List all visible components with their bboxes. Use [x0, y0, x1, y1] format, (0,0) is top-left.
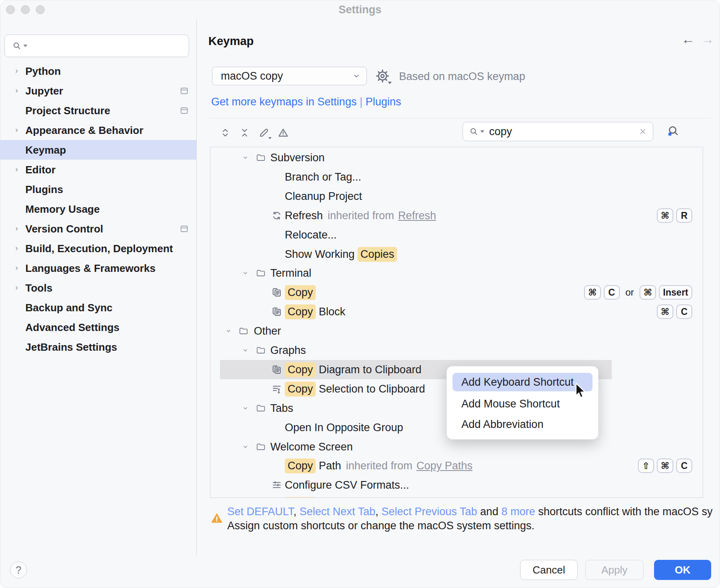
sidebar-item-languages-frameworks[interactable]: Languages & Frameworks [0, 258, 196, 278]
tree-row[interactable]: Copy Block⌘C [210, 302, 703, 321]
cancel-button[interactable]: Cancel [520, 560, 578, 580]
sidebar-item-python[interactable]: Python [0, 61, 196, 81]
edit-shortcut-icon[interactable] [258, 127, 269, 138]
sidebar-item-tools[interactable]: Tools [0, 278, 196, 298]
find-actions-by-shortcut-icon[interactable] [666, 124, 680, 138]
context-menu-item-add-abbreviation[interactable]: Add Abbreviation [453, 415, 592, 434]
tree-row[interactable]: Show Working Copies [210, 245, 703, 264]
sidebar-search-input[interactable] [31, 39, 189, 53]
action-label: Copy Block [285, 302, 346, 321]
keymap-select[interactable]: macOS copy [212, 67, 367, 85]
inherited-from-label: inherited from [346, 460, 412, 472]
keycap: ⌘ [657, 458, 673, 473]
inherited-from-link[interactable]: Refresh [398, 210, 436, 222]
apply-button[interactable]: Apply [585, 560, 644, 580]
inherited-from-label: inherited from [328, 210, 394, 222]
conflict-action-link[interactable]: Select Previous Tab [381, 506, 477, 518]
tree-row[interactable]: Relocate... [210, 225, 703, 245]
tree-folder-label: Terminal [270, 263, 311, 283]
tree-row[interactable]: Copy Pathinherited fromCopy Paths⇧⌘C [210, 456, 703, 475]
search-match-highlight: Copy [285, 304, 316, 319]
actions-search-field[interactable] [463, 122, 653, 141]
chevron-down-icon[interactable] [242, 269, 249, 277]
sidebar-item-project-structure[interactable]: Project Structure [0, 101, 196, 120]
tree-folder-row[interactable]: Terminal [210, 263, 703, 283]
keycap: C [676, 304, 692, 319]
sidebar-item-plugins[interactable]: Plugins [0, 179, 196, 199]
sidebar-item-label: Jupyter [25, 84, 63, 97]
sidebar-item-label: Keymap [25, 144, 66, 156]
chevron-right-icon[interactable] [13, 245, 20, 252]
sidebar-item-version-control[interactable]: Version Control [0, 219, 196, 238]
chevron-down-icon[interactable] [225, 327, 232, 335]
sidebar-item-memory-usage[interactable]: Memory Usage [0, 199, 196, 219]
sidebar-item-keymap[interactable]: Keymap [0, 140, 196, 160]
action-text: Refresh [285, 210, 323, 222]
sidebar-search-field[interactable] [4, 35, 189, 57]
chevron-right-icon[interactable] [13, 166, 20, 173]
chevron-right-icon[interactable] [13, 127, 20, 134]
clear-search-icon[interactable] [638, 127, 647, 136]
tree-row[interactable]: Copy⌘Cor⌘Insert [210, 283, 703, 302]
chevron-down-icon[interactable] [242, 443, 249, 450]
action-label: Copy Selection to Clipboard [285, 379, 425, 399]
action-text: Open In Opposite Group [285, 421, 403, 434]
chevron-down-icon[interactable] [242, 405, 249, 412]
conflict-action-link[interactable]: 8 more [501, 506, 535, 518]
tree-folder-row[interactable]: Subversion [210, 148, 703, 167]
search-match-highlight: Copy [285, 362, 316, 377]
context-menu-item-label: Add Mouse Shortcut [461, 398, 560, 410]
context-menu: Add Keyboard ShortcutAdd Mouse ShortcutA… [446, 366, 599, 440]
expand-all-icon[interactable] [220, 127, 231, 138]
tree-folder-row[interactable]: Other [210, 321, 703, 341]
gear-caret-icon [388, 82, 392, 84]
tree-row[interactable]: Configure CSV Formats... [210, 475, 703, 495]
chevron-right-icon[interactable] [13, 68, 20, 74]
sidebar-item-jetbrains-settings[interactable]: JetBrains Settings [0, 337, 196, 357]
chevron-down-icon[interactable] [242, 347, 249, 354]
search-match-highlight: Copy [285, 497, 316, 498]
tree-folder-label: Subversion [270, 148, 325, 167]
keymap-options-gear-button[interactable] [375, 68, 390, 84]
chevron-right-icon[interactable] [13, 284, 20, 291]
sidebar-item-editor[interactable]: Editor [0, 160, 196, 179]
chevron-right-icon[interactable] [13, 87, 20, 94]
sidebar-item-backup-and-sync[interactable]: Backup and Sync [0, 298, 196, 317]
inherited-from-link[interactable]: Copy Paths [416, 460, 473, 472]
context-menu-item-add-keyboard-shortcut[interactable]: Add Keyboard Shortcut [453, 373, 592, 391]
show-conflicts-icon[interactable] [278, 127, 289, 138]
conflict-action-link[interactable]: Select Next Tab [300, 506, 376, 518]
action-label: Show Working Copies [285, 245, 397, 264]
tree-folder-label: Welcome Screen [270, 437, 353, 456]
tree-row[interactable]: Cleanup Project [210, 187, 703, 206]
shortcuts-tree: SubversionBranch or Tag...Cleanup Projec… [210, 147, 703, 498]
ok-button[interactable]: OK [654, 560, 711, 580]
forward-arrow-icon[interactable]: → [701, 32, 714, 46]
tree-folder-row[interactable]: Graphs [210, 341, 703, 360]
sidebar-item-jupyter[interactable]: Jupyter [0, 81, 196, 101]
sidebar-item-advanced-settings[interactable]: Advanced Settings [0, 317, 196, 337]
tree-row[interactable]: Branch or Tag... [210, 167, 703, 187]
tree-row[interactable]: Refreshinherited fromRefresh⌘R [210, 206, 703, 225]
warning-icon [211, 512, 223, 524]
tree-folder-row[interactable]: Welcome Screen [210, 437, 703, 456]
sidebar-item-label: JetBrains Settings [25, 341, 117, 353]
plugins-link[interactable]: Plugins [366, 96, 401, 108]
sidebar-item-build-execution-deployment[interactable]: Build, Execution, Deployment [0, 238, 196, 258]
chevron-right-icon[interactable] [13, 265, 20, 271]
conflict-action-link[interactable]: Set DEFAULT [227, 506, 294, 518]
back-arrow-icon[interactable]: ← [681, 32, 695, 46]
sidebar-item-appearance-behavior[interactable]: Appearance & Behavior [0, 120, 196, 140]
get-more-keymaps-row: Get more keymaps in Settings | Plugins [211, 96, 401, 108]
sliders-icon [271, 479, 282, 491]
help-button[interactable]: ? [10, 561, 27, 578]
collapse-all-icon[interactable] [239, 127, 250, 138]
actions-search-input[interactable] [488, 125, 638, 138]
chevron-down-icon[interactable] [242, 154, 249, 161]
tree-row[interactable]: Copy [210, 495, 703, 498]
keycap: ⌘ [584, 285, 601, 300]
chevron-right-icon[interactable] [13, 225, 20, 232]
copy-icon [271, 306, 282, 317]
context-menu-item-add-mouse-shortcut[interactable]: Add Mouse Shortcut [453, 395, 592, 413]
get-more-keymaps-link[interactable]: Get more keymaps in Settings [211, 96, 357, 108]
